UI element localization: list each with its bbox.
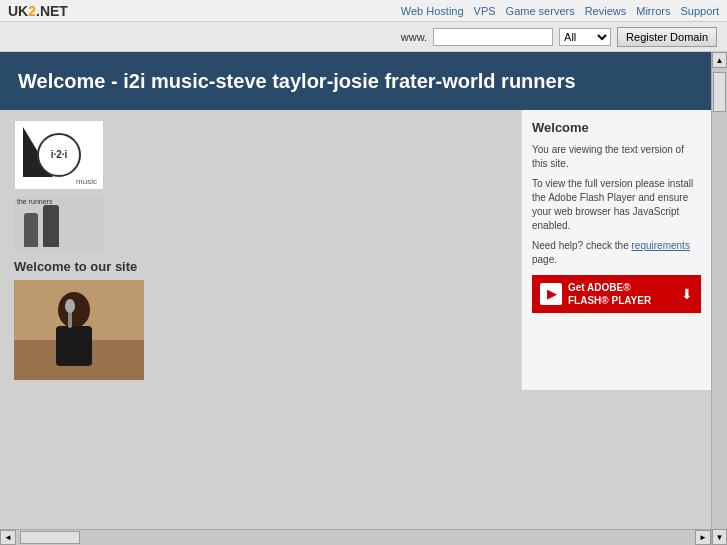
runners-image: the runners [14, 196, 104, 251]
runner-1 [24, 213, 38, 247]
music-label: music [76, 177, 97, 186]
logo-i2i-text: i·2·i [51, 149, 68, 160]
domain-bar: www. All .com .co.uk .net .org Register … [0, 22, 727, 52]
horizontal-scroll-track [16, 530, 695, 545]
singer-placeholder [14, 280, 144, 380]
flash-text: Get ADOBE® FLASH® PLAYER [568, 281, 651, 307]
right-panel-text1: You are viewing the text version of this… [532, 143, 701, 171]
requirements-link[interactable]: requirements [632, 240, 690, 251]
page-content: Welcome - i2i music-steve taylor-josie f… [0, 52, 711, 545]
nav-support[interactable]: Support [680, 5, 719, 17]
app-window: UK2.NET Web Hosting VPS Game servers Rev… [0, 0, 727, 545]
domain-input[interactable] [433, 28, 553, 46]
logo-net: .NET [36, 3, 68, 19]
logo[interactable]: UK2.NET [8, 3, 68, 19]
runner-figures [24, 205, 59, 247]
right-panel: Welcome You are viewing the text version… [521, 110, 711, 390]
banner: Welcome - i2i music-steve taylor-josie f… [0, 52, 711, 110]
flash-banner[interactable]: ▶ Get ADOBE® FLASH® PLAYER ⬇ [532, 275, 701, 313]
right-panel-text3: Need help? check the requirements page. [532, 239, 701, 267]
vertical-scrollbar: ▲ ▼ [711, 52, 727, 545]
welcome-text: Welcome to our site [14, 259, 507, 274]
left-section: i·2·i music the runners [0, 110, 521, 390]
i2i-logo: i·2·i music [14, 120, 104, 190]
runners-label: the runners [17, 198, 52, 205]
top-nav: UK2.NET Web Hosting VPS Game servers Rev… [0, 0, 727, 22]
scroll-down-button[interactable]: ▼ [712, 529, 727, 545]
nav-links: Web Hosting VPS Game servers Reviews Mir… [401, 5, 719, 17]
vertical-scroll-thumb[interactable] [713, 72, 726, 112]
scroll-up-button[interactable]: ▲ [712, 52, 727, 68]
logo-uk: UK [8, 3, 28, 19]
nav-reviews[interactable]: Reviews [585, 5, 627, 17]
domain-select[interactable]: All .com .co.uk .net .org [559, 28, 611, 46]
banner-heading: Welcome - i2i music-steve taylor-josie f… [18, 68, 693, 94]
main-content-row: Welcome - i2i music-steve taylor-josie f… [0, 52, 727, 545]
svg-rect-4 [56, 326, 92, 366]
horizontal-scroll-thumb[interactable] [20, 531, 80, 544]
singer-image [14, 280, 144, 380]
www-label: www. [401, 31, 427, 43]
right-panel-title: Welcome [532, 120, 701, 135]
logo-circle: i·2·i [37, 133, 81, 177]
flash-icon: ▶ [540, 283, 562, 305]
vertical-scroll-track [712, 68, 727, 529]
nav-vps[interactable]: VPS [474, 5, 496, 17]
scrollable-content: Welcome - i2i music-steve taylor-josie f… [0, 52, 711, 529]
runner-2 [43, 205, 59, 247]
scroll-right-button[interactable]: ► [695, 530, 711, 545]
bottom-scrollbar: ◄ ► [0, 529, 711, 545]
nav-game-servers[interactable]: Game servers [506, 5, 575, 17]
nav-web-hosting[interactable]: Web Hosting [401, 5, 464, 17]
flash-download-icon: ⬇ [681, 286, 693, 302]
nav-mirrors[interactable]: Mirrors [636, 5, 670, 17]
svg-point-6 [65, 299, 75, 313]
logo-2: 2 [28, 3, 36, 19]
right-panel-text2: To view the full version please install … [532, 177, 701, 233]
register-domain-button[interactable]: Register Domain [617, 27, 717, 47]
content-body: i·2·i music the runners [0, 110, 711, 390]
scroll-left-button[interactable]: ◄ [0, 530, 16, 545]
singer-svg [14, 280, 144, 380]
